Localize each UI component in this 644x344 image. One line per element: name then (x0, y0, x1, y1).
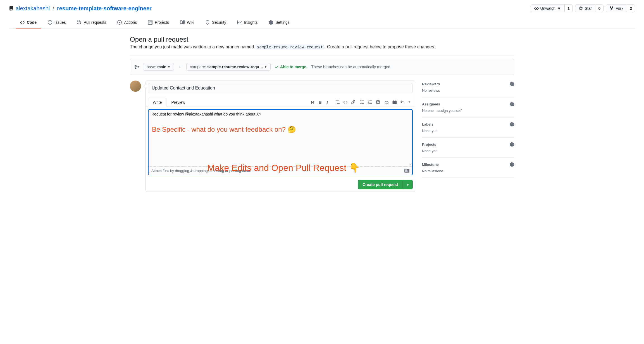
bold-icon[interactable]: B (319, 100, 323, 104)
projects-title: Projects (422, 142, 436, 147)
reviewers-body: No reviews (422, 88, 514, 93)
create-pr-dropdown[interactable]: ▼ (403, 180, 413, 189)
compare-box: base: main ▼ ← compare: sample-resume-re… (130, 59, 514, 75)
tab-code[interactable]: Code (16, 18, 41, 29)
eye-icon (534, 6, 539, 11)
tab-security[interactable]: Security (201, 18, 231, 29)
arrow-left-icon: ← (178, 64, 182, 69)
reply-icon[interactable] (400, 100, 405, 104)
avatar[interactable] (130, 81, 141, 92)
link-icon[interactable] (351, 100, 356, 104)
chevron-down-icon: ▼ (406, 183, 409, 187)
list-ol-icon[interactable] (368, 100, 372, 104)
star-label: Star (585, 6, 592, 11)
code-icon (20, 20, 25, 25)
book-icon (180, 20, 185, 25)
tab-pull-requests[interactable]: Pull requests (72, 18, 111, 29)
merge-status: Able to merge. (275, 65, 307, 69)
issue-icon (48, 20, 52, 25)
attach-hint[interactable]: Attach files by dragging & dropping, sel… (149, 166, 412, 175)
repo-name-link[interactable]: resume-template-software-engineer (57, 5, 152, 12)
create-pr-button[interactable]: Create pull request (358, 180, 403, 189)
cross-ref-icon[interactable] (392, 100, 397, 104)
pr-icon (77, 20, 81, 25)
assignees-title: Assignees (422, 102, 440, 106)
fork-count[interactable]: 2 (627, 4, 635, 12)
gear-icon[interactable] (510, 102, 514, 106)
play-icon (117, 20, 122, 25)
shield-icon (205, 20, 210, 25)
list-ul-icon[interactable] (360, 100, 364, 104)
milestone-title: Milestone (422, 162, 439, 167)
gear-icon (269, 20, 273, 25)
fork-icon (609, 6, 614, 11)
quote-icon[interactable] (335, 100, 340, 104)
italic-icon[interactable]: I (326, 100, 331, 104)
preview-tab[interactable]: Preview (166, 98, 190, 107)
reviewers-title: Reviewers (422, 82, 440, 86)
star-icon (579, 6, 583, 11)
assign-self-link[interactable]: assign yourself (437, 109, 462, 113)
projects-body: None yet (422, 149, 514, 153)
pr-title-input[interactable] (148, 83, 413, 93)
tab-issues[interactable]: Issues (43, 18, 70, 29)
code-icon[interactable] (343, 100, 348, 104)
labels-body: None yet (422, 129, 514, 133)
star-button[interactable]: Star (575, 4, 596, 12)
branch-code: sample-resume-review-request (255, 44, 325, 50)
tab-settings[interactable]: Settings (264, 18, 294, 29)
mention-icon[interactable]: @ (385, 100, 389, 104)
graph-icon (237, 20, 242, 25)
repo-nav: Code Issues Pull requests Actions Projec… (9, 18, 635, 29)
base-branch-select[interactable]: base: main ▼ (143, 63, 174, 71)
gear-icon[interactable] (510, 82, 514, 86)
repo-owner-link[interactable]: alextakahashi (16, 5, 50, 12)
gear-icon[interactable] (510, 122, 514, 126)
tab-insights[interactable]: Insights (233, 18, 262, 29)
merge-detail: These branches can be automatically merg… (311, 65, 391, 69)
tasklist-icon[interactable] (376, 100, 380, 104)
page-subtitle: The change you just made was written to … (130, 44, 514, 50)
tab-projects[interactable]: Projects (144, 18, 173, 29)
heading-icon[interactable]: H (311, 100, 315, 104)
markdown-toolbar: H B I (311, 100, 413, 104)
divider (130, 54, 514, 54)
repo-icon (9, 6, 13, 11)
fork-label: Fork (616, 6, 623, 11)
watch-button[interactable]: Unwatch ▼ (531, 4, 565, 12)
compare-branch-select[interactable]: compare: sample-resume-review-requ… ▼ (186, 63, 271, 71)
gear-icon[interactable] (510, 162, 514, 167)
markdown-badge[interactable]: M↓ (404, 169, 409, 173)
separator: / (53, 5, 54, 12)
gear-icon[interactable] (510, 142, 514, 147)
chevron-down-icon: ▼ (168, 65, 170, 69)
fork-button[interactable]: Fork (606, 4, 627, 12)
chevron-down-icon: ▼ (264, 65, 267, 69)
assignees-body: No one—assign yourself (422, 109, 514, 113)
chevron-down-icon: ▼ (557, 6, 561, 11)
watch-count[interactable]: 1 (565, 4, 573, 12)
pr-body-textarea[interactable] (149, 110, 412, 166)
milestone-body: No milestone (422, 169, 514, 173)
tab-actions[interactable]: Actions (113, 18, 141, 29)
page-title: Open a pull request (130, 36, 514, 43)
watch-label: Unwatch (540, 6, 555, 11)
check-icon (275, 65, 279, 69)
chevron-down-icon[interactable]: ▼ (408, 101, 411, 103)
project-icon (148, 20, 152, 25)
tab-wiki[interactable]: Wiki (176, 18, 199, 29)
repo-title: alextakahashi / resume-template-software… (9, 5, 152, 12)
comment-form: Write Preview H B I (146, 81, 415, 192)
write-tab[interactable]: Write (148, 98, 166, 107)
labels-title: Labels (422, 122, 433, 126)
star-count[interactable]: 0 (595, 4, 604, 12)
git-compare-icon (135, 65, 139, 69)
